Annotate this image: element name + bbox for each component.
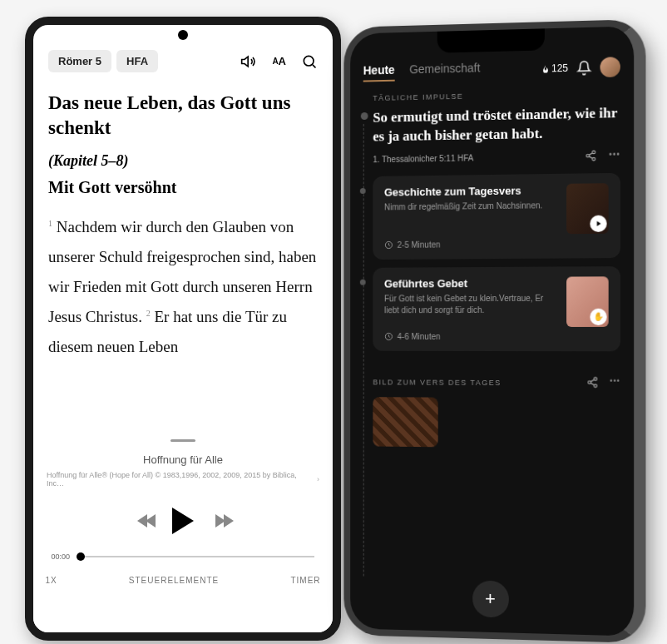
card-thumbnail: ✋ — [566, 276, 609, 327]
play-icon — [590, 215, 606, 231]
timeline-dot — [360, 280, 366, 285]
verse-reference: 1. Thessalonicher 5:11 HFA — [373, 154, 473, 165]
avatar[interactable] — [600, 57, 620, 77]
section-image-of-day: BILD ZUM VERS DES TAGES — [373, 378, 501, 387]
timer-button[interactable]: TIMER — [290, 576, 320, 585]
more-icon[interactable]: ••• — [610, 376, 620, 389]
card-thumbnail — [566, 183, 609, 234]
clock-icon — [384, 332, 393, 341]
card-duration: 4-6 Minuten — [398, 332, 441, 341]
svg-point-0 — [304, 56, 314, 66]
svg-point-7 — [588, 381, 591, 384]
svg-point-2 — [587, 154, 590, 157]
chevron-right-icon: › — [317, 475, 319, 483]
reader-phone: Römer 5 HFA AA Das neue Leben, das Gott … — [25, 17, 341, 641]
card-title: Geschichte zum Tagesvers — [384, 184, 560, 199]
add-button[interactable]: + — [472, 580, 509, 617]
drag-handle[interactable] — [170, 439, 195, 442]
tab-community[interactable]: Gemeinschaft — [409, 61, 480, 81]
play-button[interactable] — [172, 508, 194, 534]
reader-toolbar: Römer 5 HFA AA — [48, 50, 318, 72]
notch — [437, 28, 544, 52]
passage-body: 1 Nachdem wir durch den Glauben von unse… — [48, 212, 318, 362]
svg-point-8 — [594, 384, 597, 388]
verse-image-thumbnail[interactable] — [373, 397, 437, 447]
card-title: Geführtes Gebet — [384, 276, 560, 290]
chapter-selector[interactable]: Römer 5 — [48, 50, 111, 72]
passage-title: Das neue Leben, das Gott uns schenkt — [48, 91, 318, 141]
camera-dot — [178, 30, 188, 40]
notifications-icon[interactable] — [576, 60, 591, 76]
audio-player-sheet: Hoffnung für Alle Hoffnung für Alle® (Ho… — [33, 416, 333, 632]
card-story[interactable]: Geschichte zum Tagesvers Nimm dir regelm… — [373, 173, 620, 260]
card-prayer[interactable]: Geführtes Gebet Für Gott ist kein Gebet … — [373, 266, 620, 351]
streak-counter[interactable]: 125 — [541, 62, 568, 75]
search-icon[interactable] — [301, 53, 318, 70]
svg-point-1 — [593, 151, 596, 154]
tab-today[interactable]: Heute — [363, 63, 395, 82]
section-daily-impulse: TÄGLICHE IMPULSE — [373, 89, 620, 102]
audio-icon[interactable] — [240, 53, 257, 70]
card-duration: 2-5 Minuten — [398, 240, 441, 249]
more-icon[interactable]: ••• — [609, 149, 620, 162]
hand-icon: ✋ — [590, 309, 606, 325]
card-subtitle: Nimm dir regelmäßig Zeit zum Nachsinnen. — [384, 200, 560, 213]
timeline-dot — [360, 188, 366, 194]
card-subtitle: Für Gott ist kein Gebet zu klein.Vertrau… — [384, 293, 560, 316]
share-icon[interactable] — [586, 376, 598, 389]
audio-copyright: Hoffnung für Alle® (Hope for All) © 1983… — [47, 471, 314, 488]
share-icon[interactable] — [585, 150, 597, 163]
section-heading: Mit Gott versöhnt — [48, 178, 318, 197]
feed-top-bar: Heute Gemeinschaft 125 — [363, 57, 620, 82]
font-size-icon[interactable]: AA — [272, 55, 286, 67]
svg-point-6 — [594, 378, 597, 381]
audio-title: Hoffnung für Alle — [143, 453, 223, 466]
progress-bar[interactable]: 00:00 — [52, 552, 315, 561]
feed-phone: Heute Gemeinschaft 125 TÄGLICHE IMPULSE … — [343, 19, 645, 643]
svg-point-3 — [593, 157, 596, 161]
passage-subtitle: (Kapitel 5–8) — [48, 152, 318, 170]
clock-icon — [384, 240, 393, 250]
audio-copyright-row[interactable]: Hoffnung für Alle® (Hope for All) © 1983… — [33, 471, 333, 488]
controls-button[interactable]: STEUERELEMENTE — [129, 576, 219, 585]
version-selector[interactable]: HFA — [116, 50, 158, 72]
time-elapsed: 00:00 — [52, 552, 71, 561]
speed-button[interactable]: 1X — [45, 576, 57, 585]
verse-of-day: So ermutigt und tröstet einander, wie ih… — [373, 104, 620, 146]
timeline-dot — [361, 112, 368, 120]
